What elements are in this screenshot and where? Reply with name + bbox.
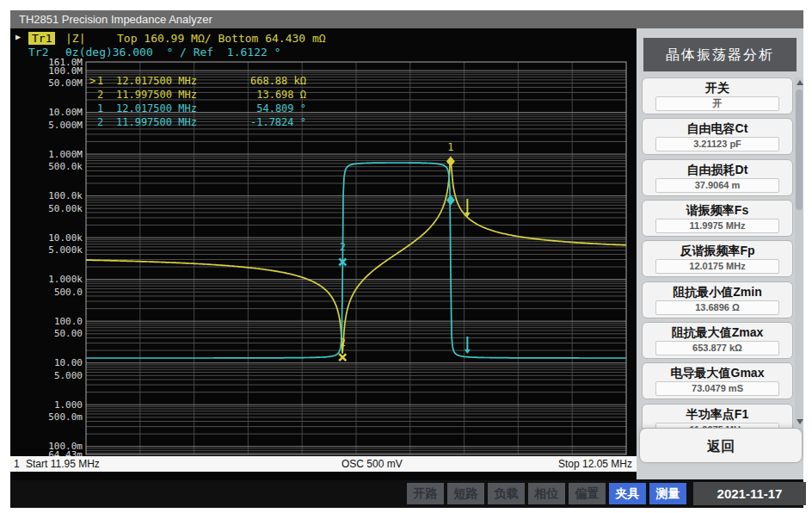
scroll-up-icon[interactable]: [797, 80, 803, 85]
fixture-btn[interactable]: 夹具: [609, 483, 646, 504]
readout-freq: 11.997500 MHz: [116, 89, 197, 101]
y-axis-tick: 1.000k: [33, 275, 83, 284]
panel-item-label: 谐振频率Fs: [643, 202, 792, 219]
panel-item-label: 开关: [643, 80, 792, 96]
trace2-scale: θz(deg)36.000 ° / Ref 1.6122 °: [65, 46, 280, 59]
active-trace-cursor-icon: ▶: [15, 32, 21, 41]
trace1-badge[interactable]: Tr1: [28, 32, 55, 45]
bottom-toolbar: 开路短路负载相位偏置夹具测量2021-11-17 15:53:20: [10, 480, 803, 508]
readout-n: 2: [97, 116, 109, 128]
panel-item-value: 37.9064 m: [655, 178, 779, 193]
open-btn[interactable]: 开路: [407, 483, 444, 504]
y-axis-tick: 100.0k: [33, 191, 83, 201]
panel-item-resonant-freq-fs[interactable]: 谐振频率Fs11.9975 MHz: [642, 200, 793, 237]
y-axis-tick: 500.0m: [33, 412, 83, 422]
readout-val: -1.7824 °: [197, 116, 306, 128]
y-axis-tick: 5.000M: [33, 121, 83, 130]
marker-readout-row: >112.017500 MHz668.88 kΩ: [89, 74, 306, 88]
readout-val: 13.698 Ω: [197, 89, 306, 101]
y-axis-tick: 10.00k: [33, 233, 83, 243]
window-title: TH2851 Precision Impedance Analyzer: [10, 10, 803, 28]
panel-item-value: 653.877 kΩ: [655, 341, 779, 355]
panel-item-antiresonant-freq-fp[interactable]: 反谐振频率Fp12.0175 MHz: [642, 240, 793, 277]
trace1-header[interactable]: ▶ Tr1 |Z| Top 160.99 MΩ/ Bottom 64.430 m…: [15, 32, 42, 45]
panel-item-free-capacitance-ct[interactable]: 自由电容Ct3.21123 pF: [642, 118, 793, 155]
panel-title: 晶体振荡器分析: [643, 38, 797, 71]
panel-item-label: 阻抗最大值Zmax: [643, 324, 792, 341]
marker-readout-table: >112.017500 MHz668.88 kΩ211.997500 MHz13…: [89, 74, 306, 129]
y-axis-tick: 1.000: [33, 400, 83, 410]
panel-item-value: 11.9975 MHz: [655, 219, 779, 233]
panel-scrollbar-thumb[interactable]: [796, 90, 803, 210]
y-axis-tick: 5.000: [33, 371, 83, 380]
readout-n: 2: [97, 89, 109, 101]
readout-sel: >: [89, 75, 97, 87]
y-axis-tick: 100.0: [33, 317, 83, 326]
sweep-start[interactable]: Start 11.95 MHz: [26, 458, 100, 470]
readout-val: 668.88 kΩ: [197, 75, 306, 87]
readout-val: 54.809 °: [197, 102, 306, 114]
load-btn[interactable]: 负载: [488, 483, 525, 504]
readout-freq: 11.997500 MHz: [116, 116, 197, 128]
panel-item-label: 半功率点F1: [643, 406, 792, 423]
marker-readout-row: 112.017500 MHz54.809 °: [89, 102, 306, 115]
panel-item-label: 反谐振频率Fp: [643, 243, 792, 259]
y-axis-tick: 100.0M: [33, 66, 83, 76]
panel-item-value: 73.0479 mS: [655, 381, 779, 396]
readout-n: 1: [97, 102, 109, 114]
panel-item-value: 开: [655, 96, 779, 111]
panel-item-label: 阻抗最小值Zmin: [643, 284, 792, 300]
panel-item-label: 自由电容Ct: [643, 121, 792, 137]
short-btn[interactable]: 短路: [447, 483, 484, 504]
panel-item-conductance-max-gmax[interactable]: 电导最大值Gmax73.0479 mS: [642, 362, 793, 399]
back-button[interactable]: 返回: [639, 428, 803, 463]
y-axis-tick: 50.00k: [33, 204, 83, 213]
panel-item-half-power-f1[interactable]: 半功率点F111.9975 MHz: [642, 404, 793, 428]
marker-readout-row: 211.997500 MHz-1.7824 °: [89, 115, 306, 129]
readout-freq: 12.017500 MHz: [116, 102, 197, 114]
y-axis-tick: 50.00M: [33, 78, 83, 88]
measure-btn[interactable]: 测量: [649, 483, 686, 504]
trace1-scale: Top 160.99 MΩ/ Bottom 64.430 mΩ: [117, 32, 326, 45]
panel-item-value: 12.0175 MHz: [655, 259, 779, 274]
y-axis-tick: 1.000M: [33, 150, 83, 159]
osc-level[interactable]: OSC 500 mV: [341, 458, 403, 470]
panel-item-impedance-max-zmax[interactable]: 阻抗最大值Zmax653.877 kΩ: [642, 322, 793, 359]
y-axis-tick: 10.00: [33, 358, 83, 368]
panel-item-value: 3.21123 pF: [655, 137, 779, 151]
y-axis-tick: 500.0k: [33, 162, 83, 171]
phase-btn[interactable]: 相位: [528, 483, 565, 504]
scroll-down-icon[interactable]: [797, 419, 803, 424]
clock: 2021-11-17 15:53:20: [693, 482, 806, 505]
marker-readout-row: 211.997500 MHz13.698 Ω: [89, 88, 306, 102]
bias-btn[interactable]: 偏置: [569, 483, 606, 504]
panel-item-impedance-min-zmin[interactable]: 阻抗最小值Zmin13.6896 Ω: [642, 281, 793, 318]
panel-item-label: 电导最大值Gmax: [643, 365, 792, 381]
y-axis-tick: 5.000k: [33, 245, 83, 255]
y-axis-tick: 10.00M: [33, 108, 83, 117]
sweep-stop[interactable]: Stop 12.05 MHz: [558, 458, 632, 470]
panel-button-list: 开关开自由电容Ct3.21123 pF自由损耗Dt37.9064 m谐振频率Fs…: [637, 76, 794, 428]
panel-item-free-loss-dt[interactable]: 自由损耗Dt37.9064 m: [642, 159, 793, 196]
panel-item-switch[interactable]: 开关开: [642, 77, 793, 114]
y-axis-tick: 500.0: [33, 287, 83, 297]
readout-freq: 12.017500 MHz: [116, 75, 197, 87]
channel-number: 1: [14, 458, 20, 470]
panel-item-label: 自由损耗Dt: [643, 162, 792, 178]
sweep-status-strip: 1 Start 11.95 MHz OSC 500 mV Stop 12.05 …: [10, 456, 637, 472]
trace1-function: |Z|: [65, 32, 85, 45]
instrument-screen: TH2851 Precision Impedance Analyzer 122 …: [0, 0, 812, 513]
readout-n: 1: [97, 75, 109, 87]
panel-item-value: 13.6896 Ω: [655, 300, 779, 315]
y-axis-tick: 50.00: [33, 329, 83, 338]
toolbar-buttons: 开路短路负载相位偏置夹具测量2021-11-17 15:53:20: [407, 483, 806, 505]
